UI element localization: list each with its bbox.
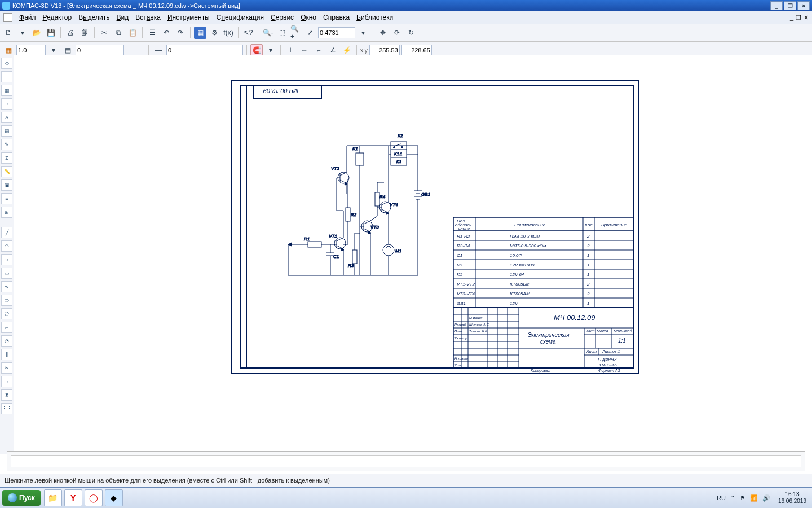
lr-rect-icon[interactable]: ▭ bbox=[1, 268, 12, 279]
lr-line-icon[interactable]: ╱ bbox=[1, 227, 12, 238]
style-select[interactable] bbox=[76, 45, 124, 56]
menu-help[interactable]: Справка bbox=[320, 12, 353, 23]
lr-meas-icon[interactable]: 📏 bbox=[1, 166, 12, 177]
style2-select[interactable] bbox=[166, 45, 243, 56]
redraw-icon[interactable]: ↻ bbox=[405, 27, 417, 39]
help-arrow-icon[interactable]: ↖? bbox=[242, 27, 254, 39]
ortho-icon[interactable]: ⊥ bbox=[284, 44, 297, 56]
drawing-canvas[interactable]: МЧ 00.12.09 R1 C1 bbox=[14, 55, 812, 454]
redo-button[interactable]: ↷ bbox=[174, 27, 187, 39]
zoom-input[interactable] bbox=[318, 27, 355, 38]
lr-circ-icon[interactable]: ○ bbox=[1, 254, 12, 265]
taskbar-yandex-icon[interactable]: Y bbox=[64, 489, 82, 506]
menu-file[interactable]: Файл bbox=[16, 12, 39, 23]
save-button[interactable]: 💾 bbox=[45, 27, 57, 39]
menu-service[interactable]: Сервис bbox=[267, 12, 297, 23]
start-button[interactable]: Пуск bbox=[2, 490, 41, 506]
linestyle-icon[interactable]: — bbox=[152, 44, 165, 56]
tray-net-icon[interactable]: 📶 bbox=[750, 494, 758, 502]
minimize-button[interactable]: _ bbox=[770, 1, 783, 10]
undo-button[interactable]: ↶ bbox=[160, 27, 173, 39]
lr-cham-icon[interactable]: ⌐ bbox=[1, 322, 12, 333]
tray-up-icon[interactable]: ⌃ bbox=[730, 494, 735, 502]
menu-edit[interactable]: Редактор bbox=[39, 12, 76, 23]
svg-rect-2 bbox=[308, 242, 321, 247]
fx-button[interactable]: f(x) bbox=[222, 27, 235, 39]
rotate-icon[interactable]: ⟳ bbox=[391, 27, 403, 39]
param-icon[interactable]: ⚡ bbox=[341, 44, 353, 56]
preview-button[interactable]: 🗐 bbox=[78, 27, 91, 39]
menu-select[interactable]: Выделить bbox=[75, 12, 113, 23]
copy-button[interactable]: ⧉ bbox=[112, 27, 125, 39]
new-dd-icon[interactable]: ▾ bbox=[16, 27, 29, 39]
lr-poly-icon[interactable]: ⬠ bbox=[1, 308, 12, 319]
step-dd-icon[interactable]: ▾ bbox=[47, 44, 60, 56]
lr-param-icon[interactable]: Σ bbox=[1, 152, 12, 164]
magnet-icon[interactable]: 🧲 bbox=[250, 44, 263, 56]
lr-grid-icon[interactable]: ▦ bbox=[1, 85, 12, 96]
zoom-in-icon[interactable]: 🔍+ bbox=[290, 27, 302, 39]
zoom-dd-icon[interactable]: ▾ bbox=[357, 27, 369, 39]
lr-arc-icon[interactable]: ◠ bbox=[1, 240, 12, 252]
svg-text:12V 6А: 12V 6А bbox=[510, 272, 524, 277]
mdi-restore-icon[interactable]: ❐ bbox=[796, 14, 801, 21]
print-button[interactable]: 🖨 bbox=[64, 27, 77, 39]
tray-vol-icon[interactable]: 🔊 bbox=[762, 494, 770, 502]
angle-icon[interactable]: ∠ bbox=[326, 44, 339, 56]
menu-lib[interactable]: Библиотеки bbox=[353, 12, 396, 23]
lr-spec-icon[interactable]: ≡ bbox=[1, 193, 12, 204]
maximize-button[interactable]: ❐ bbox=[784, 1, 796, 10]
clock[interactable]: 16:13 16.06.2019 bbox=[775, 491, 810, 505]
new-button[interactable]: 🗋 bbox=[2, 27, 15, 39]
lr-arr-icon[interactable]: ⋮⋮ bbox=[1, 403, 12, 414]
lr-text-icon[interactable]: A bbox=[1, 112, 12, 123]
zoom-fit-icon[interactable]: ⤢ bbox=[304, 27, 316, 39]
lr-geom-icon[interactable]: ◇ bbox=[1, 58, 12, 69]
lang-indicator[interactable]: RU bbox=[717, 494, 726, 501]
lr-ell-icon[interactable]: ⬭ bbox=[1, 295, 12, 306]
zoom-out-icon[interactable]: 🔍- bbox=[262, 27, 274, 39]
taskbar-opera-icon[interactable]: ◯ bbox=[85, 489, 103, 506]
command-input[interactable] bbox=[11, 455, 801, 467]
lr-fill-icon[interactable]: ◔ bbox=[1, 335, 12, 347]
layer-icon[interactable]: ▤ bbox=[61, 44, 74, 56]
coord-y-input[interactable] bbox=[401, 45, 432, 56]
paste-button[interactable]: 📋 bbox=[126, 27, 139, 39]
round-icon[interactable]: ⌐ bbox=[312, 44, 325, 56]
lr-dim-icon[interactable]: ↔ bbox=[1, 98, 12, 110]
lr-trim-icon[interactable]: ✂ bbox=[1, 362, 12, 374]
tray-flag-icon[interactable]: ⚑ bbox=[740, 494, 745, 502]
taskbar-explorer-icon[interactable]: 📁 bbox=[44, 489, 62, 506]
menu-view[interactable]: Вид bbox=[113, 12, 133, 23]
vars-button[interactable]: ⚙ bbox=[208, 27, 220, 39]
cut-button[interactable]: ✂ bbox=[98, 27, 111, 39]
lr-lib-icon[interactable]: ▣ bbox=[1, 179, 12, 191]
coord-x-input[interactable] bbox=[369, 45, 400, 56]
menu-spec[interactable]: Спецификация bbox=[213, 12, 267, 23]
layers-button[interactable]: ▦ bbox=[194, 27, 206, 39]
open-button[interactable]: 📂 bbox=[30, 27, 43, 39]
step-input[interactable] bbox=[16, 45, 46, 56]
close-button[interactable]: ✕ bbox=[797, 1, 810, 10]
menu-insert[interactable]: Вставка bbox=[132, 12, 164, 23]
lr-offs-icon[interactable]: ‖ bbox=[1, 349, 12, 360]
pan-icon[interactable]: ✥ bbox=[377, 27, 389, 39]
lr-point-icon[interactable]: · bbox=[1, 71, 12, 82]
taskbar-kompas-icon[interactable]: ◆ bbox=[105, 489, 123, 506]
lr-spl-icon[interactable]: ∿ bbox=[1, 281, 12, 292]
lr-hatch-icon[interactable]: ▨ bbox=[1, 125, 12, 137]
mdi-close-icon[interactable]: ✕ bbox=[804, 14, 809, 21]
menu-window[interactable]: Окно bbox=[297, 12, 320, 23]
menu-tools[interactable]: Инструменты bbox=[164, 12, 213, 23]
lr-mir-icon[interactable]: ⧗ bbox=[1, 389, 12, 401]
magnet-dd-icon[interactable]: ▾ bbox=[264, 44, 277, 56]
svg-point-74 bbox=[394, 147, 395, 148]
props-button[interactable]: ☰ bbox=[146, 27, 158, 39]
mdi-minimize-icon[interactable]: _ bbox=[790, 14, 793, 21]
zoom-window-icon[interactable]: ⬚ bbox=[276, 27, 288, 39]
lr-ext-icon[interactable]: → bbox=[1, 376, 12, 387]
lr-edit-icon[interactable]: ✎ bbox=[1, 139, 12, 150]
lr-rep-icon[interactable]: ⊞ bbox=[1, 207, 12, 218]
snap-icon[interactable]: ▦ bbox=[2, 44, 15, 56]
dim-icon[interactable]: ↔ bbox=[298, 44, 311, 56]
